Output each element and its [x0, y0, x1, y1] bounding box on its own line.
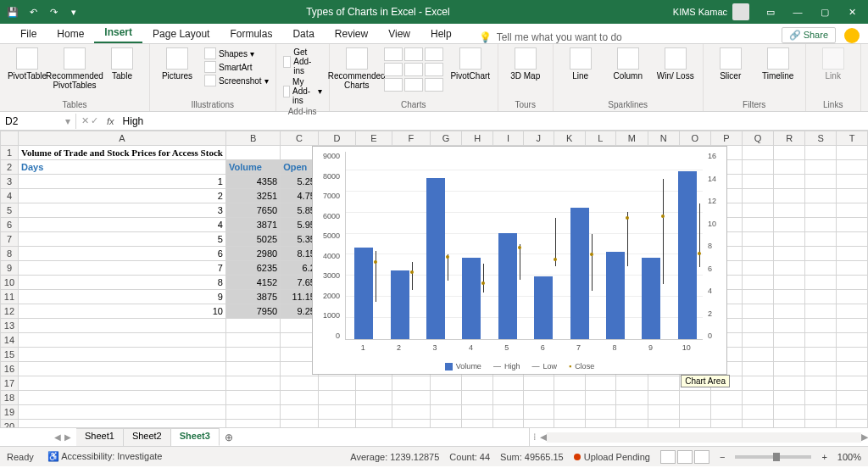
col-header-C[interactable]: C	[281, 131, 319, 146]
redo-icon[interactable]: ↷	[44, 3, 63, 21]
cell-C20[interactable]	[281, 420, 319, 428]
cell-S16[interactable]	[805, 362, 837, 376]
cell-P19[interactable]	[711, 405, 743, 420]
cell-D19[interactable]	[318, 405, 355, 420]
cell-R11[interactable]	[774, 290, 805, 304]
cell-R14[interactable]	[774, 333, 805, 348]
cell-A3[interactable]: 1	[18, 175, 225, 189]
cell-B4[interactable]: 3251	[225, 189, 280, 203]
cell-Q1[interactable]	[742, 146, 773, 160]
cell-Q15[interactable]	[742, 348, 773, 362]
name-box[interactable]: D2▾	[0, 114, 76, 129]
cell-S6[interactable]	[805, 218, 837, 232]
cell-F19[interactable]	[392, 405, 430, 420]
col-header-G[interactable]: G	[430, 131, 461, 146]
cell-R1[interactable]	[774, 146, 805, 160]
minimize-icon[interactable]: —	[785, 3, 810, 21]
cell-A9[interactable]: 7	[18, 261, 225, 276]
link-button[interactable]: Link	[813, 47, 854, 81]
cell-M18[interactable]	[616, 391, 648, 405]
cell-B17[interactable]	[225, 376, 280, 391]
tab-formulas[interactable]: Formulas	[220, 25, 282, 43]
cell-A12[interactable]: 10	[18, 304, 225, 319]
cell-F17[interactable]	[392, 376, 430, 391]
cell-K20[interactable]	[554, 420, 585, 428]
cell-A15[interactable]	[18, 348, 225, 362]
cell-J18[interactable]	[523, 391, 554, 405]
row-header-1[interactable]: 1	[1, 146, 19, 160]
cell-B18[interactable]	[225, 391, 280, 405]
cell-E17[interactable]	[356, 376, 392, 391]
my-addins-button[interactable]: My Add-ins ▾	[283, 77, 322, 105]
cell-D17[interactable]	[318, 376, 355, 391]
undo-icon[interactable]: ↶	[24, 3, 42, 21]
cell-L17[interactable]	[585, 376, 615, 391]
cell-G18[interactable]	[430, 391, 461, 405]
cell-I19[interactable]	[493, 405, 523, 420]
cell-O20[interactable]	[679, 420, 710, 428]
cell-F20[interactable]	[392, 420, 430, 428]
cell-Q4[interactable]	[742, 189, 773, 203]
pivottable-button[interactable]: PivotTable	[7, 47, 47, 81]
cell-N20[interactable]	[648, 420, 679, 428]
cell-P20[interactable]	[711, 420, 743, 428]
col-header-H[interactable]: H	[462, 131, 493, 146]
cell-C19[interactable]	[281, 405, 319, 420]
cell-E19[interactable]	[356, 405, 392, 420]
sparkline-column-button[interactable]: Column	[608, 47, 648, 81]
sheet-tab-1[interactable]: Sheet1	[76, 428, 124, 446]
cell-S12[interactable]	[805, 304, 837, 319]
qa-more-icon[interactable]: ▾	[64, 3, 83, 21]
row-header-12[interactable]: 12	[1, 304, 19, 319]
zoom-slider[interactable]	[735, 455, 811, 459]
cell-B6[interactable]: 3871	[225, 218, 280, 232]
cell-B20[interactable]	[225, 420, 280, 428]
col-header-I[interactable]: I	[493, 131, 523, 146]
cell-R19[interactable]	[774, 405, 805, 420]
cell-S5[interactable]	[805, 203, 837, 218]
cell-A11[interactable]: 9	[18, 290, 225, 304]
cell-A17[interactable]	[18, 376, 225, 391]
col-header-Q[interactable]: Q	[742, 131, 773, 146]
cell-Q19[interactable]	[742, 405, 773, 420]
fx-icon[interactable]: fx	[103, 116, 118, 126]
cell-R13[interactable]	[774, 319, 805, 333]
cell-N17[interactable]	[648, 376, 679, 391]
cell-M17[interactable]	[616, 376, 648, 391]
accept-formula-icon[interactable]: ✓	[91, 115, 98, 126]
cell-R3[interactable]	[774, 175, 805, 189]
cell-S11[interactable]	[805, 290, 837, 304]
recommended-charts-button[interactable]: Recommended Charts	[337, 47, 377, 90]
cell-R20[interactable]	[774, 420, 805, 428]
cell-P18[interactable]	[711, 391, 743, 405]
add-sheet-button[interactable]: ⊕	[220, 428, 238, 446]
col-header-O[interactable]: O	[679, 131, 710, 146]
cell-B11[interactable]: 3875	[225, 290, 280, 304]
cell-N19[interactable]	[648, 405, 679, 420]
cell-S3[interactable]	[805, 175, 837, 189]
cell-I18[interactable]	[493, 391, 523, 405]
cell-H20[interactable]	[462, 420, 493, 428]
tab-insert[interactable]: Insert	[94, 23, 142, 43]
row-header-19[interactable]: 19	[1, 405, 19, 420]
row-header-13[interactable]: 13	[1, 319, 19, 333]
cell-T20[interactable]	[837, 420, 868, 428]
cancel-formula-icon[interactable]: ✕	[81, 115, 89, 126]
sparkline-winloss-button[interactable]: Win/ Loss	[655, 47, 696, 81]
cell-B14[interactable]	[225, 333, 280, 348]
cell-T2[interactable]	[837, 160, 868, 175]
cell-F18[interactable]	[392, 391, 430, 405]
get-addins-button[interactable]: Get Add-ins	[283, 47, 322, 75]
cell-H18[interactable]	[462, 391, 493, 405]
cell-S19[interactable]	[805, 405, 837, 420]
cell-Q18[interactable]	[742, 391, 773, 405]
cell-B10[interactable]: 4152	[225, 276, 280, 290]
feedback-icon[interactable]	[844, 28, 860, 43]
cell-B7[interactable]: 5025	[225, 232, 280, 247]
cell-Q11[interactable]	[742, 290, 773, 304]
tab-data[interactable]: Data	[282, 25, 324, 43]
cell-O19[interactable]	[679, 405, 710, 420]
cell-R9[interactable]	[774, 261, 805, 276]
cell-T8[interactable]	[837, 247, 868, 261]
cell-R7[interactable]	[774, 232, 805, 247]
